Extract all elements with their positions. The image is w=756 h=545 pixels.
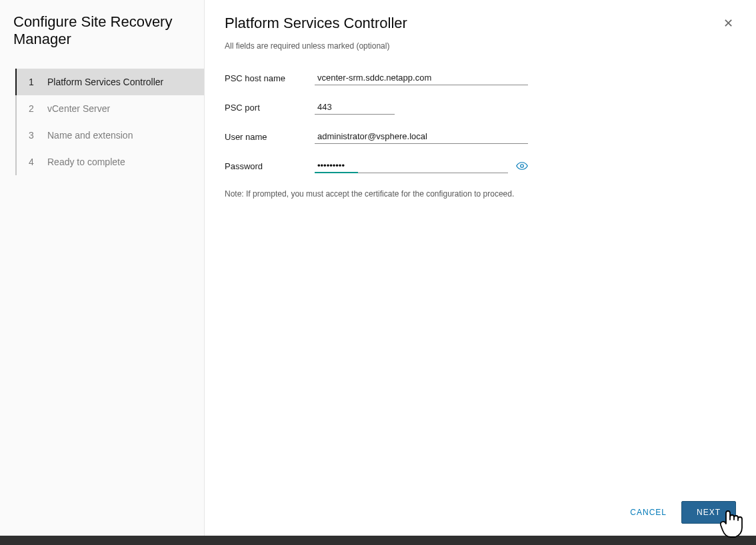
- step-number: 2: [29, 103, 39, 114]
- bottom-bar: [0, 536, 756, 545]
- step-psc[interactable]: 1 Platform Services Controller: [17, 69, 204, 95]
- step-label: Name and extension: [47, 130, 133, 141]
- show-password-icon[interactable]: [516, 161, 528, 171]
- psc-host-input[interactable]: [315, 71, 528, 85]
- cancel-button[interactable]: CANCEL: [627, 502, 669, 522]
- certificate-note: Note: If prompted, you must accept the c…: [225, 189, 736, 199]
- step-vcenter: 2 vCenter Server: [17, 95, 204, 122]
- step-number: 1: [29, 77, 39, 87]
- psc-port-label: PSC port: [225, 103, 315, 113]
- psc-host-row: PSC host name: [225, 71, 736, 85]
- step-number: 4: [29, 157, 39, 167]
- svg-point-0: [521, 165, 524, 168]
- next-button[interactable]: NEXT: [681, 501, 736, 524]
- step-label: Ready to complete: [47, 157, 125, 167]
- wizard-main: Platform Services Controller ✕ All field…: [205, 0, 756, 536]
- step-ready: 4 Ready to complete: [17, 149, 204, 175]
- wizard-title: Configure Site Recovery Manager: [13, 13, 204, 49]
- step-label: Platform Services Controller: [47, 77, 163, 87]
- psc-port-row: PSC port: [225, 100, 736, 115]
- password-row: Password: [225, 159, 736, 173]
- required-note: All fields are required unless marked (o…: [225, 41, 736, 51]
- wizard-footer: CANCEL NEXT: [627, 501, 736, 524]
- step-label: vCenter Server: [47, 103, 110, 114]
- close-icon[interactable]: ✕: [721, 15, 736, 32]
- psc-port-input[interactable]: [315, 100, 395, 115]
- wizard-steps: 1 Platform Services Controller 2 vCenter…: [15, 69, 204, 175]
- username-input[interactable]: [315, 129, 528, 144]
- wizard-sidebar: Configure Site Recovery Manager 1 Platfo…: [0, 0, 205, 536]
- psc-host-label: PSC host name: [225, 73, 315, 83]
- step-number: 3: [29, 130, 39, 141]
- step-name-extension: 3 Name and extension: [17, 122, 204, 149]
- password-input[interactable]: [315, 159, 508, 173]
- page-title: Platform Services Controller: [225, 15, 407, 32]
- username-row: User name: [225, 129, 736, 144]
- username-label: User name: [225, 132, 315, 142]
- password-label: Password: [225, 161, 315, 171]
